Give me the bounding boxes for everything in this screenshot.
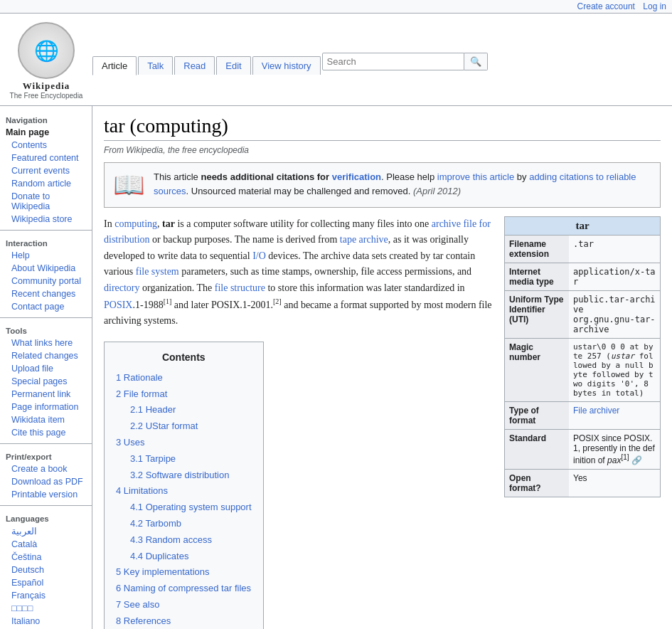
contents-link[interactable]: 5 Key implementations xyxy=(116,566,210,577)
sidebar-lang-item[interactable]: Italiano xyxy=(0,615,92,628)
sidebar-item-current-events[interactable]: Current events xyxy=(0,164,92,177)
sidebar-lang-item[interactable]: Deutsch xyxy=(0,564,92,576)
sidebar-item-help[interactable]: Help xyxy=(0,249,92,262)
sidebar-item-contents[interactable]: Contents xyxy=(0,139,92,152)
create-account-link[interactable]: Create account xyxy=(577,1,635,11)
tab-article[interactable]: Article xyxy=(92,56,137,75)
infobox-label-open: Open format? xyxy=(505,470,569,497)
sidebar-lang-item[interactable]: Čeština xyxy=(0,551,92,564)
sidebar-item-community[interactable]: Community portal xyxy=(0,275,92,287)
link-filesystem[interactable]: file system xyxy=(136,266,179,277)
infobox-value-media: application/x-tar xyxy=(569,263,660,290)
tab-talk[interactable]: Talk xyxy=(138,56,173,75)
tab-view-history[interactable]: View history xyxy=(252,56,321,75)
sidebar-item-about[interactable]: About Wikipedia xyxy=(0,262,92,275)
search-area: 🔍 xyxy=(322,50,494,75)
contents-sub-link[interactable]: 3.2 Software distribution xyxy=(130,470,229,480)
tab-read[interactable]: Read xyxy=(174,56,215,75)
search-input[interactable] xyxy=(322,53,464,70)
contents-link[interactable]: 6 Naming of compressed tar files xyxy=(116,583,251,593)
contents-link[interactable]: 3 Uses xyxy=(116,437,144,448)
sidebar-item-page-info[interactable]: Page information xyxy=(0,401,92,413)
contents-sub-link[interactable]: 4.4 Duplicates xyxy=(130,551,188,561)
infobox-value-filename: .tar xyxy=(569,236,660,263)
sidebar-item-random[interactable]: Random article xyxy=(0,177,92,190)
wikipedia-logo[interactable]: 🌐 xyxy=(18,22,75,79)
infobox-link-file-archiver[interactable]: File archiver xyxy=(573,406,619,416)
link-directory[interactable]: directory xyxy=(104,282,140,293)
sidebar-lang-item[interactable]: Français xyxy=(0,589,92,602)
tar-bold: tar xyxy=(162,218,175,229)
infobox-label-magic: Magic number xyxy=(505,339,569,401)
contents-item: 7 See also xyxy=(116,597,252,613)
header-right: Article Talk Read Edit View history 🔍 xyxy=(92,47,672,75)
sidebar-item-donate[interactable]: Donate to Wikipedia xyxy=(0,190,92,213)
link-posix[interactable]: POSIX xyxy=(104,300,132,310)
infobox-value-type: File archiver xyxy=(569,402,660,429)
warning-link-verification[interactable]: verification xyxy=(332,171,381,182)
sidebar-item-main-page[interactable]: Main page xyxy=(0,126,92,139)
sidebar-lang-item[interactable]: Español xyxy=(0,576,92,589)
tabs-bar: Article Talk Read Edit View history 🔍 xyxy=(92,50,494,75)
sidebar: Navigation Main page Contents Featured c… xyxy=(0,106,92,629)
contents-sub-link[interactable]: 2.2 UStar format xyxy=(130,421,198,431)
search-button[interactable]: 🔍 xyxy=(464,53,488,70)
infobox-label-uti: Uniform Type Identifier (UTI) xyxy=(505,291,569,338)
link-io[interactable]: I/O xyxy=(252,250,266,261)
sidebar-item-download-pdf[interactable]: Download as PDF xyxy=(0,475,92,488)
contents-sub-link[interactable]: 2.1 Header xyxy=(130,404,176,415)
contents-list: 1 Rationale2 File format2.1 Header2.2 US… xyxy=(116,370,252,629)
page-title: tar (computing) xyxy=(104,115,661,141)
header-actions-row: Article Talk Read Edit View history 🔍 xyxy=(92,47,672,75)
log-in-link[interactable]: Log in xyxy=(643,1,666,11)
sidebar-lang-item[interactable]: العربية xyxy=(0,524,92,538)
link-file-structure[interactable]: file structure xyxy=(215,282,265,293)
contents-item: 8 References xyxy=(116,613,252,629)
contents-link[interactable]: 8 References xyxy=(116,615,171,626)
interaction-section-title: Interaction xyxy=(0,235,92,249)
sidebar-item-cite[interactable]: Cite this page xyxy=(0,426,92,439)
contents-link[interactable]: 7 See also xyxy=(116,599,159,610)
sidebar-item-printable[interactable]: Printable version xyxy=(0,488,92,501)
sidebar-item-store[interactable]: Wikipedia store xyxy=(0,213,92,226)
top-bar: Create account Log in xyxy=(0,0,672,14)
sidebar-divider-1 xyxy=(0,230,92,231)
sidebar-item-create-book[interactable]: Create a book xyxy=(0,462,92,475)
contents-sub-item: 2.2 UStar format xyxy=(116,418,252,435)
infobox-value-uti: public.tar-archiveorg.gnu.gnu-tar-archiv… xyxy=(569,291,660,338)
link-computing[interactable]: computing xyxy=(114,218,157,229)
sidebar-item-recent[interactable]: Recent changes xyxy=(0,287,92,300)
infobox-row-open: Open format? Yes xyxy=(505,469,660,497)
contents-sub-item: 4.3 Random access xyxy=(116,532,252,549)
sidebar-item-contact[interactable]: Contact page xyxy=(0,300,92,313)
sidebar-item-upload[interactable]: Upload file xyxy=(0,362,92,375)
contents-box: Contents 1 Rationale2 File format2.1 Hea… xyxy=(104,342,264,629)
infobox-value-magic: ustar\0 0 0 at byte 257 (ustar followed … xyxy=(569,339,660,401)
warning-link-improve[interactable]: improve this article xyxy=(437,171,514,182)
contents-link[interactable]: 4 Limitations xyxy=(116,485,168,496)
sidebar-item-what-links[interactable]: What links here xyxy=(0,337,92,349)
link-tape-archive[interactable]: tape archive xyxy=(340,234,388,245)
contents-sub-link[interactable]: 4.1 Operating system support xyxy=(130,502,252,512)
contents-item: 4 Limitations xyxy=(116,483,252,500)
sidebar-item-special[interactable]: Special pages xyxy=(0,375,92,388)
header: 🌐 Wikipedia The Free Encyclopedia Articl… xyxy=(0,14,672,106)
contents-link[interactable]: 2 File format xyxy=(116,388,167,399)
sidebar-item-featured[interactable]: Featured content xyxy=(0,152,92,164)
contents-sub-link[interactable]: 3.1 Tarpipe xyxy=(130,453,176,464)
contents-link[interactable]: 1 Rationale xyxy=(116,372,163,383)
contents-sub-item: 2.1 Header xyxy=(116,402,252,418)
sidebar-item-wikidata[interactable]: Wikidata item xyxy=(0,413,92,426)
contents-sub-link[interactable]: 4.2 Tarbomb xyxy=(130,518,181,529)
sidebar-lang-item[interactable]: Català xyxy=(0,538,92,551)
sidebar-item-related-changes[interactable]: Related changes xyxy=(0,349,92,362)
nav-section-title: Navigation xyxy=(0,112,92,126)
contents-sub-link[interactable]: 4.3 Random access xyxy=(130,534,212,545)
logo-title: Wikipedia xyxy=(23,80,70,92)
sidebar-item-permanent[interactable]: Permanent link xyxy=(0,388,92,401)
infobox-label-type: Type of format xyxy=(505,402,569,429)
page-subtitle: From Wikipedia, the free encyclopedia xyxy=(104,145,661,155)
sidebar-lang-item[interactable]: □□□□ xyxy=(0,602,92,615)
content-wrapper: Navigation Main page Contents Featured c… xyxy=(0,106,672,629)
tab-edit[interactable]: Edit xyxy=(216,56,250,75)
